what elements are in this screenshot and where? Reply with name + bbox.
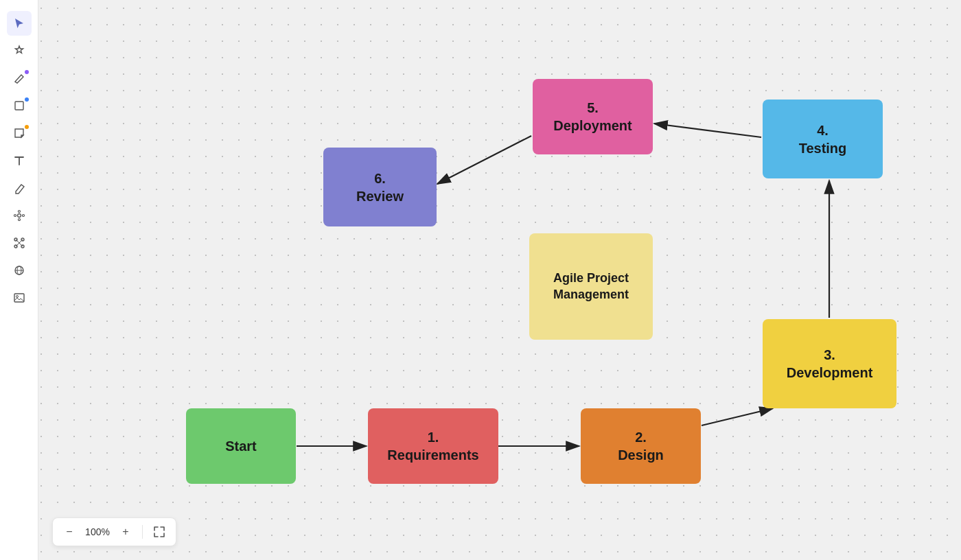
toolbar xyxy=(0,0,38,560)
svg-point-3 xyxy=(22,215,24,217)
note-dot xyxy=(25,125,29,129)
node-requirements[interactable]: 1. Requirements xyxy=(368,408,498,484)
component-tool-button[interactable] xyxy=(7,203,32,228)
svg-line-23 xyxy=(437,136,531,184)
svg-point-2 xyxy=(14,215,16,217)
svg-line-22 xyxy=(654,124,761,137)
node-design[interactable]: 2. Design xyxy=(581,408,701,484)
node-deployment[interactable]: 5. Deployment xyxy=(533,79,653,154)
node-start-label: Start xyxy=(225,437,257,455)
connect-tool-button[interactable] xyxy=(7,231,32,255)
canvas[interactable]: Start 1. Requirements 2. Design 3. Devel… xyxy=(38,0,961,560)
eraser-tool-button[interactable] xyxy=(7,176,32,200)
arrows-svg xyxy=(38,0,961,560)
select-tool-button[interactable] xyxy=(7,11,32,36)
node-design-label: 2. Design xyxy=(618,428,664,464)
svg-point-4 xyxy=(18,211,20,213)
svg-point-5 xyxy=(18,219,20,221)
note-tool-button[interactable] xyxy=(7,121,32,145)
node-requirements-label: 1. Requirements xyxy=(387,428,478,464)
node-review[interactable]: 6. Review xyxy=(323,148,437,226)
draw-tool-button[interactable] xyxy=(7,66,32,91)
node-agile[interactable]: Agile Project Management xyxy=(529,233,653,340)
node-testing[interactable]: 4. Testing xyxy=(763,100,883,178)
fit-to-screen-button[interactable] xyxy=(150,522,169,541)
node-review-label: 6. Review xyxy=(356,170,404,205)
svg-line-20 xyxy=(702,408,773,425)
zoom-level: 100% xyxy=(84,526,111,537)
svg-point-1 xyxy=(17,214,21,218)
toolbar-divider xyxy=(142,525,143,539)
node-agile-label: Agile Project Management xyxy=(553,270,629,303)
node-development[interactable]: 3. Development xyxy=(763,319,896,408)
magic-tool-button[interactable] xyxy=(7,38,32,63)
svg-rect-0 xyxy=(15,102,23,110)
node-start[interactable]: Start xyxy=(186,408,296,484)
shape-tool-button[interactable] xyxy=(7,93,32,118)
svg-rect-15 xyxy=(14,294,24,302)
fit-icon xyxy=(153,526,165,538)
image-tool-button[interactable] xyxy=(7,285,32,310)
zoom-out-button[interactable]: − xyxy=(60,522,79,541)
node-development-label: 3. Development xyxy=(787,346,873,382)
bottom-toolbar: − 100% + xyxy=(52,517,176,546)
zoom-in-button[interactable]: + xyxy=(116,522,135,541)
globe-tool-button[interactable] xyxy=(7,258,32,283)
text-tool-button[interactable] xyxy=(7,148,32,173)
node-testing-label: 4. Testing xyxy=(799,121,847,157)
draw-dot xyxy=(25,70,29,74)
shape-dot xyxy=(25,97,29,102)
node-deployment-label: 5. Deployment xyxy=(553,99,632,135)
svg-point-16 xyxy=(16,296,18,298)
